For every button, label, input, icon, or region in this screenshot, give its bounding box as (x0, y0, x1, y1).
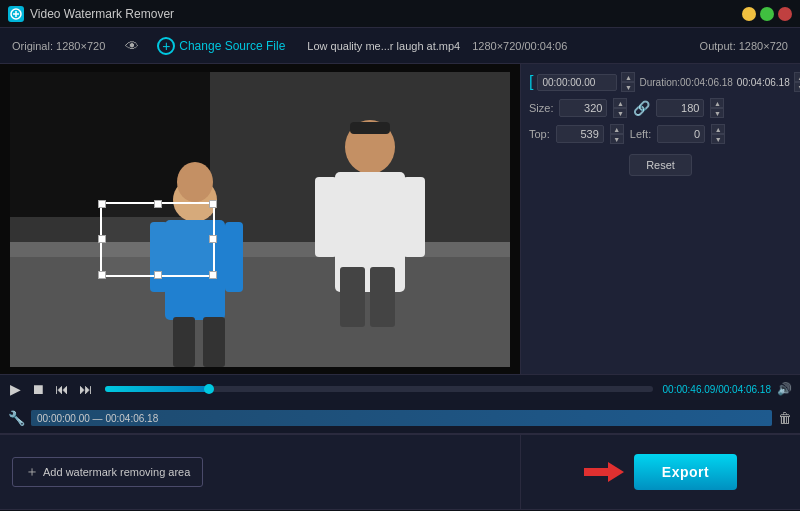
handle-mid-right[interactable] (209, 235, 217, 243)
time-start-down[interactable]: ▼ (621, 82, 635, 92)
duration-label: Duration:00:04:06.18 (639, 77, 732, 88)
time-end-down[interactable]: ▼ (794, 82, 800, 92)
minimize-button[interactable] (742, 7, 756, 21)
next-frame-button[interactable]: ⏭ (77, 381, 95, 397)
size-label: Size: (529, 102, 553, 114)
time-start-input[interactable] (537, 74, 617, 91)
add-area-label: Add watermark removing area (43, 466, 190, 478)
left-bottom-panel: ＋ Add watermark removing area (0, 435, 520, 509)
bracket-open: [ (529, 73, 533, 91)
left-up[interactable]: ▲ (711, 124, 725, 134)
eye-icon[interactable]: 👁 (125, 38, 139, 54)
svg-rect-18 (370, 267, 395, 327)
right-panel: [ ▲ ▼ Duration:00:04:06.18 00:04:06.18 ▲… (520, 64, 800, 374)
height-input[interactable] (656, 99, 704, 117)
toolbar: Original: 1280×720 👁 + Change Source Fil… (0, 28, 800, 64)
video-frame (10, 72, 510, 367)
timeline-track: 🔧 00:00:00.00 — 00:04:06.18 🗑 (0, 403, 800, 433)
handle-mid-left[interactable] (98, 235, 106, 243)
time-start-up[interactable]: ▲ (621, 72, 635, 82)
svg-marker-21 (584, 462, 624, 482)
width-down[interactable]: ▼ (613, 108, 627, 118)
video-preview[interactable] (0, 64, 520, 374)
svg-rect-5 (10, 252, 510, 367)
time-end-spinner[interactable]: ▲ ▼ (794, 72, 800, 92)
top-input[interactable] (556, 125, 604, 143)
left-spinner[interactable]: ▲ ▼ (711, 124, 725, 144)
svg-rect-20 (403, 177, 425, 257)
svg-rect-12 (173, 317, 195, 367)
track-icon: 🔧 (8, 410, 25, 426)
time-start-spinner[interactable]: ▲ ▼ (621, 72, 635, 92)
time-range-text: 00:00:00.00 — 00:04:06.18 (37, 413, 158, 424)
app-title: Video Watermark Remover (30, 7, 742, 21)
left-input[interactable] (657, 125, 705, 143)
close-button[interactable] (778, 7, 792, 21)
height-spinner[interactable]: ▲ ▼ (710, 98, 724, 118)
top-spinner[interactable]: ▲ ▼ (610, 124, 624, 144)
svg-rect-19 (315, 177, 337, 257)
handle-bottom-mid[interactable] (154, 271, 162, 279)
filename-display: Low quality me...r laugh at.mp4 (307, 40, 460, 52)
change-source-label: Change Source File (179, 39, 285, 53)
arrow-icon (584, 458, 624, 486)
progress-bar[interactable] (105, 386, 653, 392)
svg-rect-6 (10, 242, 510, 257)
stop-button[interactable]: ⏹ (29, 381, 47, 397)
bottom-panel: ＋ Add watermark removing area Export (0, 434, 800, 509)
handle-top-right[interactable] (209, 200, 217, 208)
height-down[interactable]: ▼ (710, 108, 724, 118)
play-button[interactable]: ▶ (8, 381, 23, 397)
time-end-display: 00:04:06.18 (737, 77, 790, 88)
progress-fill (105, 386, 209, 392)
link-icon[interactable]: 🔗 (633, 100, 650, 116)
width-input[interactable] (559, 99, 607, 117)
top-down[interactable]: ▼ (610, 134, 624, 144)
add-area-button[interactable]: ＋ Add watermark removing area (12, 457, 203, 487)
right-bottom-panel: Export (520, 435, 800, 509)
playback-controls: ▶ ⏹ ⏮ ⏭ 00:00:46.09/00:04:06.18 🔊 (0, 375, 800, 403)
progress-thumb[interactable] (204, 384, 214, 394)
plus-icon: ＋ (25, 463, 39, 481)
timeline-area: ▶ ⏹ ⏮ ⏭ 00:00:46.09/00:04:06.18 🔊 🔧 00:0… (0, 374, 800, 434)
volume-icon[interactable]: 🔊 (777, 382, 792, 396)
file-info: 1280×720/00:04:06 (472, 40, 567, 52)
export-button[interactable]: Export (634, 454, 737, 490)
time-range-row: [ ▲ ▼ Duration:00:04:06.18 00:04:06.18 ▲… (529, 72, 792, 92)
maximize-button[interactable] (760, 7, 774, 21)
left-label: Left: (630, 128, 651, 140)
time-end-up[interactable]: ▲ (794, 72, 800, 82)
position-row: Top: ▲ ▼ Left: ▲ ▼ (529, 124, 792, 144)
top-up[interactable]: ▲ (610, 124, 624, 134)
time-range-bar[interactable]: 00:00:00.00 — 00:04:06.18 (31, 410, 772, 426)
reset-button[interactable]: Reset (629, 154, 692, 176)
width-spinner[interactable]: ▲ ▼ (613, 98, 627, 118)
prev-frame-button[interactable]: ⏮ (53, 381, 71, 397)
handle-top-left[interactable] (98, 200, 106, 208)
width-up[interactable]: ▲ (613, 98, 627, 108)
size-row: Size: ▲ ▼ 🔗 ▲ ▼ (529, 98, 792, 118)
watermark-selection-rect[interactable] (100, 202, 215, 277)
plus-circle-icon: + (157, 37, 175, 55)
window-controls[interactable] (742, 7, 792, 21)
svg-rect-13 (203, 317, 225, 367)
app-icon (8, 6, 24, 22)
output-resolution: Output: 1280×720 (700, 40, 788, 52)
handle-bottom-right[interactable] (209, 271, 217, 279)
svg-rect-15 (350, 122, 390, 134)
handle-top-mid[interactable] (154, 200, 162, 208)
time-display: 00:00:46.09/00:04:06.18 (663, 384, 771, 395)
original-resolution: Original: 1280×720 (12, 40, 105, 52)
handle-bottom-left[interactable] (98, 271, 106, 279)
height-up[interactable]: ▲ (710, 98, 724, 108)
svg-rect-17 (340, 267, 365, 327)
title-bar: Video Watermark Remover (0, 0, 800, 28)
svg-point-8 (177, 162, 213, 202)
svg-rect-11 (225, 222, 243, 292)
export-area: Export (574, 454, 747, 490)
change-source-button[interactable]: + Change Source File (151, 35, 291, 57)
left-down[interactable]: ▼ (711, 134, 725, 144)
delete-icon[interactable]: 🗑 (778, 410, 792, 426)
main-content: [ ▲ ▼ Duration:00:04:06.18 00:04:06.18 ▲… (0, 64, 800, 374)
top-label: Top: (529, 128, 550, 140)
